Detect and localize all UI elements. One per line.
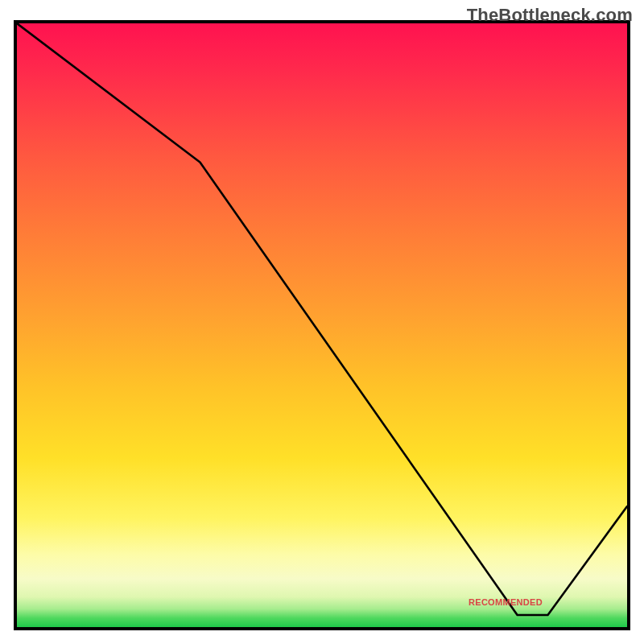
line-series-svg — [17, 23, 627, 627]
chart-container: TheBottleneck.com RECOMMENDED — [0, 0, 644, 644]
recommended-annotation: RECOMMENDED — [469, 597, 543, 607]
bottleneck-curve-line — [17, 23, 627, 615]
watermark-text: TheBottleneck.com — [467, 5, 633, 26]
plot-area: RECOMMENDED — [14, 20, 630, 630]
